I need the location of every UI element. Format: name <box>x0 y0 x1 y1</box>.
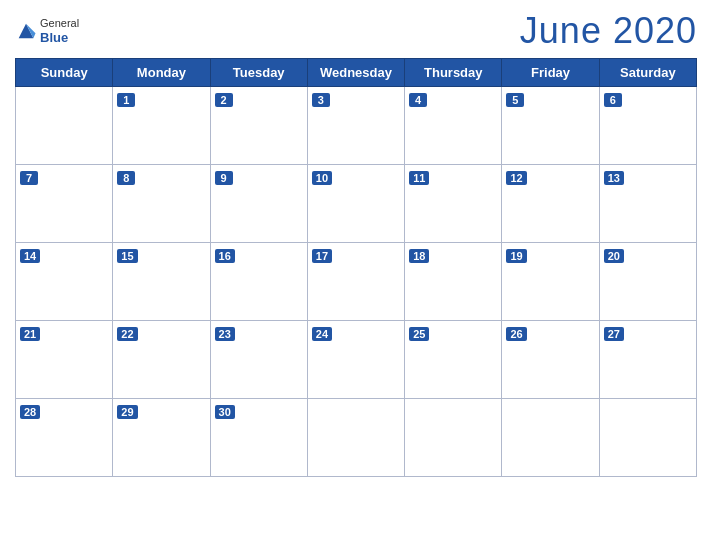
header-wednesday: Wednesday <box>307 59 404 87</box>
calendar-cell-1-4: 11 <box>405 165 502 243</box>
calendar-cell-1-3: 10 <box>307 165 404 243</box>
calendar-cell-0-3: 3 <box>307 87 404 165</box>
day-number: 1 <box>117 93 135 107</box>
calendar-cell-2-3: 17 <box>307 243 404 321</box>
day-number: 22 <box>117 327 137 341</box>
day-number: 11 <box>409 171 429 185</box>
day-number: 28 <box>20 405 40 419</box>
calendar-cell-3-1: 22 <box>113 321 210 399</box>
weekday-header-row: Sunday Monday Tuesday Wednesday Thursday… <box>16 59 697 87</box>
calendar-cell-4-1: 29 <box>113 399 210 477</box>
day-number: 4 <box>409 93 427 107</box>
logo-text: General Blue <box>40 17 79 46</box>
day-number: 5 <box>506 93 524 107</box>
calendar-cell-3-0: 21 <box>16 321 113 399</box>
calendar-cell-3-4: 25 <box>405 321 502 399</box>
day-number: 23 <box>215 327 235 341</box>
day-number: 19 <box>506 249 526 263</box>
day-number: 2 <box>215 93 233 107</box>
calendar-cell-4-6 <box>599 399 696 477</box>
calendar-cell-0-5: 5 <box>502 87 599 165</box>
day-number: 30 <box>215 405 235 419</box>
month-title: June 2020 <box>520 10 697 52</box>
day-number: 29 <box>117 405 137 419</box>
calendar-week-4: 21222324252627 <box>16 321 697 399</box>
calendar-cell-2-0: 14 <box>16 243 113 321</box>
calendar-week-2: 78910111213 <box>16 165 697 243</box>
calendar-week-1: 123456 <box>16 87 697 165</box>
calendar-cell-2-5: 19 <box>502 243 599 321</box>
calendar-cell-3-3: 24 <box>307 321 404 399</box>
day-number: 12 <box>506 171 526 185</box>
calendar-cell-0-6: 6 <box>599 87 696 165</box>
calendar-week-3: 14151617181920 <box>16 243 697 321</box>
calendar-cell-0-1: 1 <box>113 87 210 165</box>
day-number: 16 <box>215 249 235 263</box>
calendar-cell-1-5: 12 <box>502 165 599 243</box>
day-number: 15 <box>117 249 137 263</box>
calendar-cell-0-2: 2 <box>210 87 307 165</box>
header-sunday: Sunday <box>16 59 113 87</box>
calendar-cell-4-3 <box>307 399 404 477</box>
logo-general: General <box>40 17 79 30</box>
day-number: 7 <box>20 171 38 185</box>
calendar-cell-1-6: 13 <box>599 165 696 243</box>
calendar-cell-1-2: 9 <box>210 165 307 243</box>
day-number: 8 <box>117 171 135 185</box>
header-thursday: Thursday <box>405 59 502 87</box>
calendar-body: 1234567891011121314151617181920212223242… <box>16 87 697 477</box>
calendar-cell-0-0 <box>16 87 113 165</box>
calendar-cell-4-4 <box>405 399 502 477</box>
calendar-cell-3-6: 27 <box>599 321 696 399</box>
header-friday: Friday <box>502 59 599 87</box>
calendar-cell-2-6: 20 <box>599 243 696 321</box>
calendar-cell-0-4: 4 <box>405 87 502 165</box>
day-number: 24 <box>312 327 332 341</box>
day-number: 10 <box>312 171 332 185</box>
logo-icon <box>15 20 37 42</box>
calendar-week-5: 282930 <box>16 399 697 477</box>
logo: General Blue <box>15 17 79 46</box>
day-number: 25 <box>409 327 429 341</box>
header-monday: Monday <box>113 59 210 87</box>
day-number: 9 <box>215 171 233 185</box>
day-number: 6 <box>604 93 622 107</box>
day-number: 20 <box>604 249 624 263</box>
calendar-cell-2-4: 18 <box>405 243 502 321</box>
header-saturday: Saturday <box>599 59 696 87</box>
calendar-table: Sunday Monday Tuesday Wednesday Thursday… <box>15 58 697 477</box>
calendar-cell-3-2: 23 <box>210 321 307 399</box>
day-number: 26 <box>506 327 526 341</box>
calendar-cell-4-5 <box>502 399 599 477</box>
header-tuesday: Tuesday <box>210 59 307 87</box>
calendar-cell-2-2: 16 <box>210 243 307 321</box>
day-number: 13 <box>604 171 624 185</box>
day-number: 18 <box>409 249 429 263</box>
calendar-cell-1-0: 7 <box>16 165 113 243</box>
calendar-cell-3-5: 26 <box>502 321 599 399</box>
calendar-page: General Blue June 2020 Sunday Monday Tue… <box>0 0 712 550</box>
day-number: 21 <box>20 327 40 341</box>
day-number: 27 <box>604 327 624 341</box>
calendar-cell-1-1: 8 <box>113 165 210 243</box>
day-number: 3 <box>312 93 330 107</box>
logo-blue: Blue <box>40 30 79 46</box>
calendar-cell-4-2: 30 <box>210 399 307 477</box>
calendar-cell-4-0: 28 <box>16 399 113 477</box>
calendar-cell-2-1: 15 <box>113 243 210 321</box>
page-header: General Blue June 2020 <box>15 10 697 52</box>
day-number: 14 <box>20 249 40 263</box>
day-number: 17 <box>312 249 332 263</box>
